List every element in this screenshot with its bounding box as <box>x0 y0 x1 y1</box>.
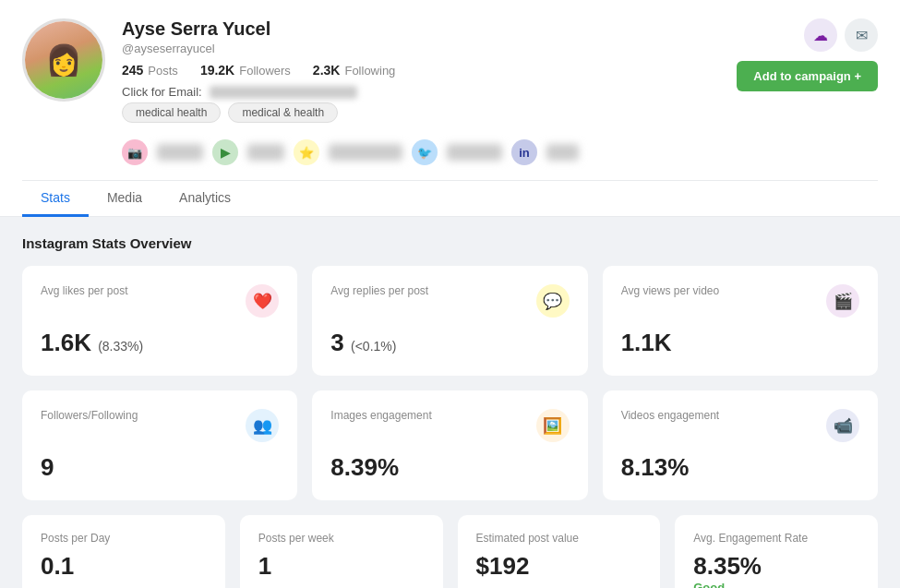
card-avg-engagement-rate: Avg. Engagement Rate 8.35% Good <box>675 515 878 588</box>
tags-row: medical health medical & health <box>122 102 737 123</box>
followers-label: Followers <box>239 64 291 78</box>
video-icon: 🎬 <box>826 284 859 318</box>
email-row: Click for Email: <box>122 85 737 99</box>
add-to-campaign-button[interactable]: Add to campaign + <box>737 61 878 91</box>
videos-engagement-label: Videos engagement <box>621 409 720 422</box>
stat-following: 2.3K Following <box>313 63 396 78</box>
avg-views-value: 1.1K <box>621 329 859 357</box>
avg-engagement-rate-label: Avg. Engagement Rate <box>693 532 859 545</box>
social-blurred-4 <box>447 144 502 161</box>
followers-following-value: 9 <box>41 453 279 482</box>
people-icon: 👥 <box>246 409 279 442</box>
card-videos-engagement-header: Videos engagement 📹 <box>621 409 859 442</box>
posts-label: Posts <box>148 64 178 78</box>
card-posts-per-week: Posts per week 1 <box>240 515 443 588</box>
card-images-engagement: Images engagement 🖼️ 8.39% <box>312 390 587 500</box>
social-blurred-2 <box>247 144 284 161</box>
following-count: 2.3K <box>313 63 341 78</box>
card-avg-views: Avg views per video 🎬 1.1K <box>603 266 878 376</box>
social-blurred-1 <box>157 144 203 161</box>
social-blurred-3 <box>329 144 402 161</box>
posts-count: 245 <box>122 63 143 78</box>
followers-count: 19.2K <box>200 63 234 78</box>
profile-handle: @ayseserrayucel <box>122 42 737 55</box>
profile-top: 👩 Ayse Serra Yucel @ayseserrayucel 245 P… <box>22 18 878 169</box>
heart-icon: ❤️ <box>246 284 279 318</box>
social-icons-row: 📷 ▶ ⭐ 🐦 in <box>122 132 737 169</box>
tab-analytics[interactable]: Analytics <box>161 181 249 217</box>
images-engagement-value: 8.39% <box>330 453 569 482</box>
card-avg-likes-header: Avg likes per post ❤️ <box>41 284 279 318</box>
profile-stats: 245 Posts 19.2K Followers 2.3K Following <box>122 63 737 78</box>
image-icon: 🖼️ <box>536 409 570 442</box>
images-engagement-label: Images engagement <box>330 409 431 422</box>
card-images-engagement-header: Images engagement 🖼️ <box>330 409 569 442</box>
section-title: Instagram Stats Overview <box>22 235 878 251</box>
stats-grid-bottom: Posts per Day 0.1 Posts per week 1 Estim… <box>22 515 878 588</box>
card-avg-replies: Avg replies per post 💬 3 (<0.1%) <box>312 266 587 376</box>
stat-posts: 245 Posts <box>122 63 178 78</box>
videos-engagement-value: 8.13% <box>621 453 859 482</box>
tabs-row: Stats Media Analytics <box>22 180 878 216</box>
followers-following-label: Followers/Following <box>41 409 138 422</box>
avatar: 👩 <box>22 18 105 102</box>
chat-icon: 💬 <box>536 284 570 318</box>
email-value-blurred <box>210 86 357 99</box>
social-icon-5: in <box>511 139 537 165</box>
card-est-post-value: Estimated post value $192 <box>458 515 661 588</box>
stat-followers: 19.2K Followers <box>200 63 291 78</box>
social-icon-4: 🐦 <box>412 139 438 165</box>
tab-media[interactable]: Media <box>89 181 161 217</box>
card-followers-following: Followers/Following 👥 9 <box>22 390 297 500</box>
est-post-value: $192 <box>476 552 642 581</box>
good-badge: Good <box>693 581 859 588</box>
video-file-icon: 📹 <box>826 409 859 442</box>
profile-name: Ayse Serra Yucel <box>122 18 737 40</box>
social-icon-3: ⭐ <box>294 139 319 165</box>
main-content: Instagram Stats Overview Avg likes per p… <box>0 217 900 588</box>
avg-likes-value: 1.6K (8.33%) <box>41 329 279 357</box>
profile-actions: ☁ ✉ Add to campaign + <box>737 18 878 91</box>
social-icon-2: ▶ <box>212 139 238 165</box>
tag-medical-health: medical health <box>122 102 221 123</box>
cloud-icon-button[interactable]: ☁ <box>804 18 837 52</box>
profile-info: Ayse Serra Yucel @ayseserrayucel 245 Pos… <box>122 18 737 169</box>
avg-replies-label: Avg replies per post <box>330 284 428 297</box>
avg-likes-label: Avg likes per post <box>41 284 128 297</box>
email-label: Click for Email: <box>122 85 202 99</box>
stats-grid-row1: Avg likes per post ❤️ 1.6K (8.33%) Avg r… <box>22 266 878 376</box>
avg-engagement-rate-value: 8.35% <box>693 552 859 581</box>
card-avg-views-header: Avg views per video 🎬 <box>621 284 859 318</box>
est-post-value-label: Estimated post value <box>476 532 642 545</box>
posts-per-day-label: Posts per Day <box>41 532 207 545</box>
posts-per-day-value: 0.1 <box>41 552 207 581</box>
card-posts-per-day: Posts per Day 0.1 <box>22 515 225 588</box>
social-blurred-5 <box>546 144 579 161</box>
social-icon-instagram: 📷 <box>122 139 148 165</box>
stats-grid-row2: Followers/Following 👥 9 Images engagemen… <box>22 390 878 500</box>
avg-views-label: Avg views per video <box>621 284 720 297</box>
avg-replies-value: 3 (<0.1%) <box>330 329 569 357</box>
card-videos-engagement: Videos engagement 📹 8.13% <box>603 390 878 500</box>
posts-per-week-value: 1 <box>258 552 425 581</box>
card-avg-likes: Avg likes per post ❤️ 1.6K (8.33%) <box>22 266 297 376</box>
posts-per-week-label: Posts per week <box>258 532 425 545</box>
following-label: Following <box>344 64 395 78</box>
profile-section: 👩 Ayse Serra Yucel @ayseserrayucel 245 P… <box>0 0 900 217</box>
mail-icon-button[interactable]: ✉ <box>845 18 878 52</box>
tag-medical-and-health: medical & health <box>228 102 338 123</box>
tab-stats[interactable]: Stats <box>22 181 89 217</box>
card-avg-replies-header: Avg replies per post 💬 <box>330 284 569 318</box>
card-followers-following-header: Followers/Following 👥 <box>41 409 279 442</box>
avatar-image: 👩 <box>25 21 102 99</box>
